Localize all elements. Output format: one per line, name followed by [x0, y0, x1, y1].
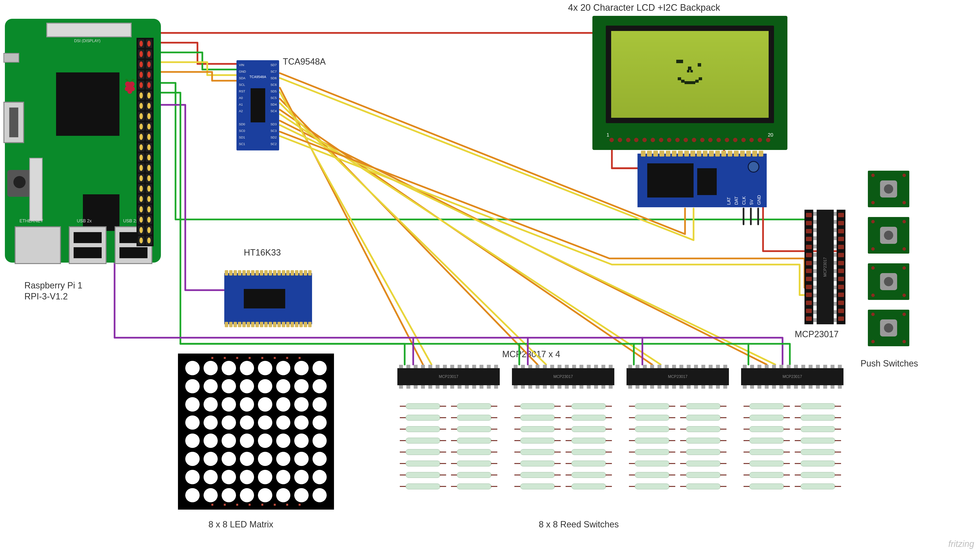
- mcp-side-label: MCP23017: [795, 329, 838, 339]
- lcd-title: 4x 20 Character LCD +I2C Backpack: [568, 2, 720, 13]
- reed-switch: [514, 414, 561, 422]
- reed-switch: [514, 460, 561, 467]
- svg-rect-15: [695, 80, 699, 83]
- svg-rect-13: [681, 80, 684, 83]
- gpio-header: [137, 38, 154, 246]
- lcd-active-area: [611, 31, 768, 118]
- mcp23017-2: MCP23017: [512, 368, 614, 385]
- reed-switch: [680, 402, 727, 410]
- reed-switch: [514, 425, 561, 433]
- reed-switch: [743, 483, 790, 490]
- reed-switch: [451, 483, 497, 490]
- svg-rect-14: [684, 81, 695, 84]
- reed-switch: [680, 448, 727, 456]
- watermark: fritzing: [948, 539, 974, 549]
- usb-label-a: USB 2x: [77, 218, 92, 223]
- reed-switch: [566, 402, 612, 410]
- push-switch-3[interactable]: [868, 263, 909, 300]
- reed-switch: [451, 414, 497, 422]
- reed-switch: [629, 437, 675, 445]
- reed-switch: [514, 483, 561, 490]
- reed-switch: [680, 483, 727, 490]
- raspberry-logo-icon: [123, 77, 137, 94]
- lcd-pin-first: 1: [606, 132, 609, 138]
- reed-switch: [795, 425, 841, 433]
- mcp-header-left: [805, 210, 813, 324]
- reed-switch: [451, 402, 497, 410]
- lcd-pin-row: [609, 138, 770, 144]
- mcp23017-3: MCP23017: [627, 368, 729, 385]
- rpi-label-2: RPI-3-V1.2: [24, 292, 68, 301]
- dsi-connector: [46, 23, 132, 37]
- reed-switch: [680, 437, 727, 445]
- ethernet-label: ETHERNET: [19, 218, 43, 223]
- reed-switch: [629, 425, 675, 433]
- svg-point-5: [127, 89, 132, 94]
- smiley-face-icon: [668, 54, 712, 88]
- push-switch-1[interactable]: [868, 171, 909, 207]
- push-switch-column: [868, 171, 909, 346]
- reed-switch: [400, 471, 446, 479]
- ethernet-port: [14, 226, 61, 264]
- tca-label: TCA9548A: [283, 57, 326, 67]
- reed-switch: [680, 471, 727, 479]
- reed-switch: [680, 414, 727, 422]
- reed-switch: [400, 437, 446, 445]
- backpack-pin-labels: LAT DAT CLK 5V GND: [727, 195, 762, 205]
- reed-switch: [451, 460, 497, 467]
- svg-rect-11: [690, 70, 693, 72]
- reed-switch: [743, 402, 790, 410]
- reed-switch: [629, 471, 675, 479]
- reed-switch: [629, 460, 675, 467]
- reed-switch: [566, 448, 612, 456]
- svg-rect-9: [688, 67, 691, 70]
- reed-switch: [795, 448, 841, 456]
- reed-switch: [400, 448, 446, 456]
- ht-label: HT16K33: [244, 247, 281, 258]
- reed-switch: [795, 402, 841, 410]
- reed-switch: [743, 448, 790, 456]
- backpack-ic2: [697, 168, 717, 195]
- reed-column-3: [629, 402, 727, 490]
- reed-switch: [743, 437, 790, 445]
- csi-connector: [29, 158, 43, 221]
- reed-switch: [629, 402, 675, 410]
- reed-switch: [743, 425, 790, 433]
- hdmi-port: [3, 102, 24, 143]
- reed-switch: [451, 448, 497, 456]
- mcp-group-label: MCP23017 x 4: [502, 349, 560, 359]
- reed-switch: [566, 425, 612, 433]
- push-switch-4[interactable]: [868, 310, 909, 346]
- reed-switch: [743, 471, 790, 479]
- svg-rect-7: [680, 60, 683, 63]
- reed-switch: [629, 414, 675, 422]
- reed-switch: [566, 471, 612, 479]
- mcp23017-4: MCP23017: [741, 368, 843, 385]
- reed-switch: [680, 425, 727, 433]
- reed-switch: [566, 414, 612, 422]
- reed-switch: [566, 437, 612, 445]
- svg-rect-8: [698, 63, 701, 67]
- reed-switch: [629, 483, 675, 490]
- reed-switch: [795, 460, 841, 467]
- tca9548a-board: TCA9548A VINSD7GNDSC7SDASD6SCLSC6RSTSD5A…: [237, 60, 279, 150]
- push-label: Push Switches: [861, 359, 918, 369]
- reed-switch: [400, 402, 446, 410]
- matrix-label: 8 x 8 LED Matrix: [208, 520, 273, 529]
- reed-switch: [680, 460, 727, 467]
- reed-switch: [400, 483, 446, 490]
- reed-column-4: [743, 402, 841, 490]
- reed-switch: [629, 448, 675, 456]
- reed-switch: [743, 414, 790, 422]
- push-switch-2[interactable]: [868, 217, 909, 253]
- reed-switch: [795, 437, 841, 445]
- reed-column-1: [400, 402, 497, 490]
- ram-chip: [83, 194, 119, 231]
- backpack-ic1: [647, 163, 694, 198]
- lcd-pin-last: 20: [768, 132, 773, 138]
- reed-switch: [400, 460, 446, 467]
- reed-switch: [795, 483, 841, 490]
- led-matrix-8x8: [178, 354, 334, 510]
- ht-ic: [244, 289, 285, 308]
- mcp-header-right: [837, 210, 845, 324]
